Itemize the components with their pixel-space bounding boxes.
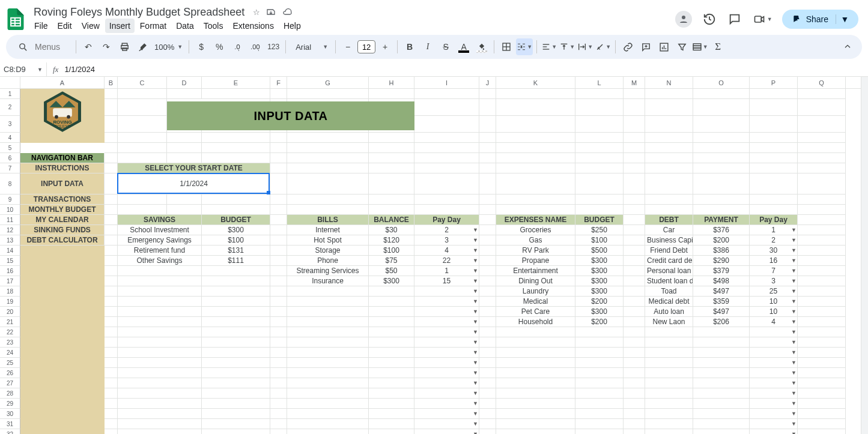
cell[interactable] bbox=[624, 143, 645, 153]
cell[interactable] bbox=[118, 99, 167, 116]
cell[interactable] bbox=[479, 317, 496, 327]
merge-cells-button[interactable]: ▼ bbox=[516, 38, 533, 55]
cell[interactable] bbox=[479, 153, 496, 163]
cell[interactable] bbox=[105, 348, 118, 358]
cell-dropdown-icon[interactable]: ▼ bbox=[473, 348, 478, 358]
cell[interactable] bbox=[20, 337, 105, 348]
cell[interactable] bbox=[270, 163, 287, 173]
cell[interactable] bbox=[105, 276, 118, 286]
h-align-button[interactable]: ▼ bbox=[541, 38, 557, 55]
share-dropdown-icon[interactable]: ▼ bbox=[836, 14, 849, 24]
cell[interactable]: Emergency Savings bbox=[118, 235, 202, 246]
cell[interactable] bbox=[118, 307, 202, 317]
cell[interactable]: $497 bbox=[693, 286, 750, 297]
cell[interactable] bbox=[105, 153, 118, 163]
bold-button[interactable]: B bbox=[401, 38, 418, 55]
cell[interactable] bbox=[287, 297, 369, 307]
row-header[interactable]: 12 bbox=[0, 225, 20, 235]
cell[interactable] bbox=[798, 99, 846, 116]
cell[interactable] bbox=[105, 133, 118, 143]
cell[interactable] bbox=[750, 89, 798, 99]
cell[interactable] bbox=[693, 99, 750, 116]
cell[interactable] bbox=[479, 133, 496, 143]
col-header-H[interactable]: H bbox=[369, 77, 414, 88]
cell[interactable] bbox=[750, 205, 798, 215]
cell[interactable] bbox=[105, 327, 118, 337]
cell[interactable] bbox=[20, 327, 105, 337]
cell[interactable]: 4▼ bbox=[414, 246, 479, 256]
col-header-O[interactable]: O bbox=[693, 77, 750, 88]
cell-dropdown-icon[interactable]: ▼ bbox=[791, 317, 797, 327]
cell[interactable] bbox=[798, 215, 846, 225]
cell[interactable] bbox=[496, 378, 575, 388]
cell[interactable] bbox=[118, 153, 167, 163]
cell[interactable] bbox=[105, 246, 118, 256]
cell[interactable] bbox=[118, 266, 202, 276]
cell[interactable] bbox=[645, 99, 693, 116]
star-icon[interactable]: ☆ bbox=[253, 7, 260, 17]
cell[interactable] bbox=[105, 143, 118, 153]
cell[interactable] bbox=[369, 205, 414, 215]
cell[interactable]: Friend Debt bbox=[645, 246, 693, 256]
cell[interactable] bbox=[496, 205, 575, 215]
cell[interactable] bbox=[369, 368, 414, 378]
cell[interactable] bbox=[167, 205, 202, 215]
cell[interactable] bbox=[118, 409, 202, 419]
cell[interactable] bbox=[20, 133, 105, 143]
percent-button[interactable]: % bbox=[211, 38, 228, 55]
share-button[interactable]: Share ▼ bbox=[782, 10, 858, 29]
cell[interactable] bbox=[167, 194, 202, 205]
cell[interactable] bbox=[496, 419, 575, 429]
row-header[interactable]: 31 bbox=[0, 419, 20, 429]
cell[interactable] bbox=[750, 143, 798, 153]
cell[interactable]: 1▼ bbox=[750, 225, 798, 235]
cell[interactable]: $300 bbox=[202, 225, 270, 235]
cell[interactable] bbox=[798, 409, 846, 419]
strikethrough-button[interactable]: S bbox=[437, 38, 454, 55]
cell[interactable] bbox=[645, 378, 693, 388]
cell-dropdown-icon[interactable]: ▼ bbox=[473, 399, 478, 409]
cell[interactable] bbox=[496, 368, 575, 378]
rotate-button[interactable]: A▼ bbox=[595, 38, 612, 55]
cell[interactable]: ▼ bbox=[414, 286, 479, 297]
cell[interactable]: MY CALENDAR bbox=[20, 215, 105, 225]
cell-dropdown-icon[interactable]: ▼ bbox=[473, 266, 478, 276]
cell[interactable]: Storage bbox=[287, 246, 369, 256]
decrease-decimal-button[interactable]: .0̩ bbox=[229, 38, 246, 55]
cell[interactable]: ▼ bbox=[414, 378, 479, 388]
row-header[interactable]: 23 bbox=[0, 337, 20, 348]
menu-extensions[interactable]: Extensions bbox=[228, 19, 278, 33]
col-header-E[interactable]: E bbox=[202, 77, 270, 88]
cell[interactable] bbox=[105, 307, 118, 317]
cell[interactable] bbox=[202, 286, 270, 297]
cell[interactable] bbox=[693, 194, 750, 205]
cell[interactable] bbox=[693, 143, 750, 153]
cell[interactable] bbox=[624, 419, 645, 429]
cell[interactable] bbox=[798, 419, 846, 429]
cell-dropdown-icon[interactable]: ▼ bbox=[473, 307, 478, 317]
cell[interactable] bbox=[118, 317, 202, 327]
cell[interactable] bbox=[496, 153, 575, 163]
menu-format[interactable]: Format bbox=[136, 19, 171, 33]
cell[interactable] bbox=[575, 358, 624, 368]
cell[interactable] bbox=[270, 378, 287, 388]
cell[interactable] bbox=[624, 256, 645, 266]
cell[interactable]: $200 bbox=[575, 317, 624, 327]
cell[interactable] bbox=[287, 317, 369, 327]
cell[interactable]: Other Savings bbox=[118, 256, 202, 266]
cell[interactable] bbox=[202, 266, 270, 276]
cell[interactable]: ▼ bbox=[414, 348, 479, 358]
cell[interactable] bbox=[270, 225, 287, 235]
cell[interactable] bbox=[20, 358, 105, 368]
cell[interactable] bbox=[270, 246, 287, 256]
cell[interactable] bbox=[202, 327, 270, 337]
cell[interactable] bbox=[167, 133, 202, 143]
cell-dropdown-icon[interactable]: ▼ bbox=[791, 225, 797, 235]
cell[interactable] bbox=[287, 409, 369, 419]
cell[interactable] bbox=[624, 133, 645, 143]
cell[interactable] bbox=[496, 399, 575, 409]
cell[interactable] bbox=[624, 358, 645, 368]
cell-dropdown-icon[interactable]: ▼ bbox=[791, 348, 797, 358]
cell[interactable] bbox=[575, 327, 624, 337]
cell[interactable]: $100 bbox=[575, 235, 624, 246]
